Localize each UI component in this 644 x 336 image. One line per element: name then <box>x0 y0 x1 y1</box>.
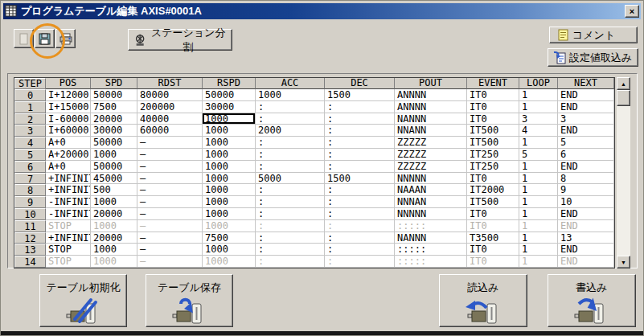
grid-cell[interactable]: : <box>256 232 325 244</box>
scroll-down-button[interactable]: ▼ <box>617 256 630 268</box>
grid-cell[interactable]: 1000 <box>91 244 137 256</box>
grid-cell[interactable]: 1000 <box>203 208 256 220</box>
scroll-up-button[interactable]: ▲ <box>617 77 630 90</box>
grid-cell[interactable]: STOP <box>46 220 91 232</box>
step-row-header[interactable]: 1 <box>14 101 46 113</box>
grid-cell[interactable]: 1 <box>519 256 558 268</box>
grid-cell[interactable]: -INFINITY <box>46 208 91 220</box>
grid-cell[interactable]: 1 <box>519 244 558 256</box>
grid-cell[interactable]: 1000 <box>203 220 256 232</box>
grid-cell[interactable]: IT0 <box>467 244 519 256</box>
step-row-header[interactable]: 10 <box>14 208 46 220</box>
grid-cell[interactable]: ::::: <box>395 244 467 256</box>
grid-cell[interactable]: IT500 <box>467 137 519 149</box>
step-row-header[interactable]: 9 <box>14 196 46 208</box>
grid-cell[interactable]: NNNAN <box>395 196 467 208</box>
grid-cell[interactable]: IT0 <box>467 113 519 125</box>
grid-cell[interactable]: 50000 <box>91 161 137 173</box>
grid-cell[interactable]: +INFINITY <box>46 232 91 244</box>
new-button[interactable] <box>14 29 34 48</box>
grid-cell[interactable]: 9 <box>558 184 614 196</box>
grid-cell[interactable]: : <box>256 161 325 173</box>
grid-cell[interactable]: NANNN <box>395 113 467 125</box>
grid-cell[interactable]: : <box>325 208 395 220</box>
grid-cell[interactable]: 30000 <box>203 101 256 113</box>
grid-cell[interactable]: 3 <box>558 113 614 125</box>
vertical-scrollbar[interactable]: ▲ ▼ <box>617 77 630 268</box>
grid-cell[interactable]: 1000 <box>203 149 256 161</box>
grid-cell[interactable]: IT0 <box>467 220 519 232</box>
grid-cell[interactable]: 1000 <box>203 184 256 196</box>
print-button[interactable] <box>55 29 76 48</box>
grid-cell[interactable]: NNANN <box>395 125 467 137</box>
grid-cell[interactable]: 60000 <box>137 125 203 137</box>
grid-cell[interactable]: IT0 <box>467 89 519 101</box>
step-row-header[interactable]: 7 <box>14 173 46 185</box>
grid-cell[interactable]: 1 <box>519 184 558 196</box>
grid-cell[interactable]: 40000 <box>137 113 203 125</box>
grid-cell[interactable]: 1500 <box>325 173 395 185</box>
grid-cell[interactable]: : <box>256 256 325 268</box>
step-row-header[interactable]: 11 <box>14 220 46 232</box>
grid-cell[interactable]: 2000 <box>256 125 325 137</box>
grid-cell[interactable]: 1000 <box>203 113 256 125</box>
grid-cell[interactable]: NANNN <box>395 232 467 244</box>
grid-cell[interactable]: 10 <box>558 196 614 208</box>
grid-cell[interactable]: 1000 <box>203 244 256 256</box>
grid-cell[interactable]: 1000 <box>203 161 256 173</box>
grid-cell[interactable]: 1 <box>519 232 558 244</box>
step-row-header[interactable]: 13 <box>14 244 46 256</box>
grid-cell[interactable]: END <box>558 256 614 268</box>
grid-cell[interactable]: END <box>558 89 614 101</box>
grid-cell[interactable]: 1500 <box>325 89 395 101</box>
grid-cell[interactable]: : <box>256 184 325 196</box>
step-row-header[interactable]: 8 <box>14 184 46 196</box>
grid-cell[interactable]: : <box>256 113 325 125</box>
grid-cell[interactable]: 80000 <box>137 89 203 101</box>
grid-cell[interactable]: IT500 <box>467 196 519 208</box>
grid-cell[interactable]: 1 <box>519 101 558 113</box>
grid-cell[interactable]: – <box>137 161 203 173</box>
grid-cell[interactable]: : <box>325 149 395 161</box>
grid-cell[interactable]: : <box>256 149 325 161</box>
grid-cell[interactable]: : <box>256 137 325 149</box>
grid-cell[interactable]: 1 <box>519 220 558 232</box>
close-button[interactable]: × <box>625 5 639 18</box>
grid-cell[interactable]: 1 <box>519 137 558 149</box>
write-button[interactable]: 書込み <box>548 274 636 327</box>
step-row-header[interactable]: 5 <box>14 149 46 161</box>
grid-cell[interactable]: ZZZZZ <box>395 137 467 149</box>
grid-cell[interactable]: IT500 <box>467 125 519 137</box>
grid-cell[interactable]: NAAAN <box>395 184 467 196</box>
grid-cell[interactable]: 3 <box>519 113 558 125</box>
grid-cell[interactable]: – <box>137 244 203 256</box>
grid-cell[interactable]: +INFINITY <box>46 173 91 185</box>
grid-cell[interactable]: IT0 <box>467 208 519 220</box>
grid-cell[interactable]: END <box>558 220 614 232</box>
grid-cell[interactable]: 7500 <box>91 101 137 113</box>
import-settings-button[interactable]: 設定値取込み <box>548 48 638 67</box>
station-split-button[interactable]: ステーション分割 <box>128 29 232 51</box>
grid-cell[interactable]: 1000 <box>203 125 256 137</box>
grid-cell[interactable]: IT250 <box>467 161 519 173</box>
grid-cell[interactable]: 1000 <box>91 256 137 268</box>
grid-cell[interactable]: 7500 <box>203 232 256 244</box>
grid-cell[interactable]: – <box>137 208 203 220</box>
grid-cell[interactable]: 20000 <box>91 232 137 244</box>
grid-cell[interactable]: : <box>325 196 395 208</box>
grid-cell[interactable]: 1000 <box>203 137 256 149</box>
grid-cell[interactable]: – <box>137 232 203 244</box>
grid-cell[interactable]: : <box>256 196 325 208</box>
grid-cell[interactable]: : <box>256 220 325 232</box>
grid-cell[interactable]: 50000 <box>91 89 137 101</box>
grid-cell[interactable]: 1000 <box>91 220 137 232</box>
grid-cell[interactable]: 1000 <box>91 196 137 208</box>
table-save-button[interactable]: テーブル保存 <box>146 274 233 327</box>
grid-cell[interactable]: 1000 <box>256 89 325 101</box>
grid-cell[interactable]: 1 <box>519 196 558 208</box>
grid-cell[interactable]: 5 <box>519 149 558 161</box>
grid-cell[interactable]: 1 <box>519 89 558 101</box>
grid-cell[interactable]: : <box>325 232 395 244</box>
grid-cell[interactable]: IT0 <box>467 256 519 268</box>
grid-cell[interactable]: -INFINITY <box>46 196 91 208</box>
